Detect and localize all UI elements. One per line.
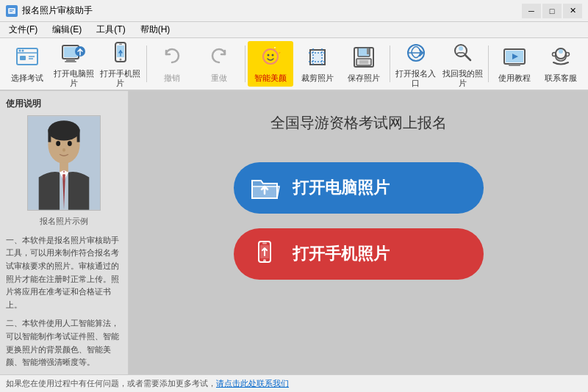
svg-point-23 <box>272 54 274 57</box>
open-register-icon <box>403 40 429 66</box>
svg-point-55 <box>68 141 72 146</box>
svg-rect-33 <box>367 48 369 54</box>
svg-rect-30 <box>312 51 323 63</box>
photo-example <box>27 115 101 211</box>
phone-photo-icon <box>248 238 281 270</box>
find-my-photo-button[interactable]: 找回我的照片 <box>440 41 486 87</box>
smart-beauty-button[interactable]: 智能美颜 <box>248 41 293 87</box>
svg-point-48 <box>566 53 570 57</box>
save-photo-label: 保存照片 <box>348 73 380 83</box>
toolbar-separator-3 <box>390 46 390 82</box>
svg-rect-44 <box>509 64 520 66</box>
status-bar: 如果您在使用过程中有任何问题，或者需要添加更多考试， 请点击此处联系我们 <box>0 374 588 392</box>
find-my-photo-label: 找回我的照片 <box>442 69 484 88</box>
open-register-label: 打开报名入口 <box>395 69 437 88</box>
open-pc-photo-icon <box>60 40 87 66</box>
redo-icon <box>206 44 232 70</box>
title-controls: ─ □ ✕ <box>522 4 582 18</box>
svg-point-47 <box>553 53 556 57</box>
svg-line-39 <box>465 55 470 60</box>
smart-beauty-label: 智能美颜 <box>254 73 287 83</box>
redo-label: 重做 <box>211 73 227 83</box>
save-photo-button[interactable]: 保存照片 <box>342 41 387 87</box>
svg-rect-61 <box>262 243 267 244</box>
svg-point-18 <box>119 58 121 60</box>
toolbar-separator-4 <box>488 46 489 82</box>
select-exam-button[interactable]: 选择考试 <box>4 41 50 87</box>
undo-button[interactable]: 撤销 <box>150 41 196 87</box>
content-area: 全国导游资格考试网上报名 打开电脑照片 <box>129 91 588 374</box>
svg-point-9 <box>21 50 24 52</box>
menu-help[interactable]: 帮助(H) <box>135 22 176 37</box>
select-exam-label: 选择考试 <box>11 73 43 83</box>
open-register-button[interactable]: 打开报名入口 <box>393 41 439 87</box>
svg-rect-5 <box>20 56 26 60</box>
smart-beauty-icon <box>257 44 284 70</box>
title-bar-left: 报名照片审核助手 <box>6 4 93 17</box>
open-pc-photo-button[interactable]: 打开电脑照片 <box>51 41 97 87</box>
open-pc-photo-big-label: 打开电脑照片 <box>293 177 390 199</box>
svg-rect-2 <box>10 11 12 12</box>
svg-point-8 <box>18 50 21 52</box>
app-icon <box>6 5 18 17</box>
maximize-button[interactable]: □ <box>542 4 562 18</box>
svg-rect-35 <box>359 60 368 64</box>
svg-point-22 <box>268 54 270 57</box>
open-phone-photo-big-button[interactable]: 打开手机照片 <box>234 228 484 280</box>
toolbar: 选择考试 打开电脑照片 <box>0 38 588 91</box>
svg-rect-13 <box>65 61 76 62</box>
menu-edit[interactable]: 编辑(E) <box>46 22 87 37</box>
toolbar-separator-1 <box>146 46 147 82</box>
svg-rect-53 <box>77 129 80 142</box>
select-exam-icon <box>14 44 40 70</box>
undo-icon <box>159 44 185 70</box>
menu-file[interactable]: 文件(F) <box>3 22 43 37</box>
photo-caption: 报名照片示例 <box>6 215 122 228</box>
open-pc-photo-big-button[interactable]: 打开电脑照片 <box>234 162 484 214</box>
customer-service-label: 联系客服 <box>545 73 577 83</box>
sidebar: 使用说明 <box>0 91 129 374</box>
svg-point-51 <box>48 120 79 140</box>
app-title: 报名照片审核助手 <box>22 4 93 17</box>
pc-photo-icon <box>248 172 281 204</box>
svg-rect-1 <box>10 10 14 10</box>
tutorial-icon <box>501 44 528 70</box>
menu-tools[interactable]: 工具(T) <box>90 22 131 37</box>
tutorial-button[interactable]: 使用教程 <box>492 41 537 87</box>
status-text: 如果您在使用过程中有任何问题，或者需要添加更多考试， <box>6 378 216 389</box>
close-button[interactable]: ✕ <box>563 4 582 18</box>
sidebar-title: 使用说明 <box>6 97 122 111</box>
sidebar-section-2: 二、本软件使用人工智能算法，可以智能制作考试证件照、智能更换照片的背景颜色、智能… <box>6 317 122 369</box>
sidebar-section-1: 一、本软件是报名照片审核助手工具，可以用来制作符合报名考试审核要求的照片。审核通… <box>6 234 122 312</box>
undo-label: 撤销 <box>164 73 180 83</box>
svg-point-24 <box>274 47 276 48</box>
svg-point-56 <box>62 148 65 152</box>
title-bar: 报名照片审核助手 ─ □ ✕ <box>0 0 588 22</box>
svg-rect-12 <box>66 59 75 61</box>
customer-service-button[interactable]: 联系客服 <box>539 41 584 87</box>
svg-point-60 <box>263 259 266 262</box>
find-my-photo-icon <box>449 40 476 66</box>
open-pc-photo-label: 打开电脑照片 <box>53 69 96 88</box>
svg-point-54 <box>56 141 60 146</box>
customer-service-icon <box>548 44 574 70</box>
main-area: 使用说明 <box>0 91 588 374</box>
crop-photo-icon <box>304 44 331 70</box>
open-phone-photo-label: 打开手机照片 <box>99 69 142 88</box>
open-phone-photo-icon <box>107 40 134 66</box>
svg-point-40 <box>459 46 463 51</box>
status-link[interactable]: 请点击此处联系我们 <box>216 378 289 389</box>
svg-point-46 <box>559 49 563 54</box>
content-title: 全国导游资格考试网上报名 <box>270 113 447 133</box>
save-photo-icon <box>351 44 377 70</box>
minimize-button[interactable]: ─ <box>522 4 541 18</box>
svg-point-21 <box>263 49 278 64</box>
svg-rect-19 <box>119 43 122 45</box>
open-phone-photo-button[interactable]: 打开手机照片 <box>98 41 143 87</box>
open-phone-photo-big-label: 打开手机照片 <box>293 243 390 265</box>
redo-button[interactable]: 重做 <box>196 41 242 87</box>
crop-photo-button[interactable]: 裁剪照片 <box>295 41 340 87</box>
menu-bar: 文件(F) 编辑(E) 工具(T) 帮助(H) <box>0 22 588 38</box>
crop-photo-label: 裁剪照片 <box>301 73 334 83</box>
sidebar-instructions: 一、本软件是报名照片审核助手工具，可以用来制作符合报名考试审核要求的照片。审核通… <box>6 234 122 374</box>
